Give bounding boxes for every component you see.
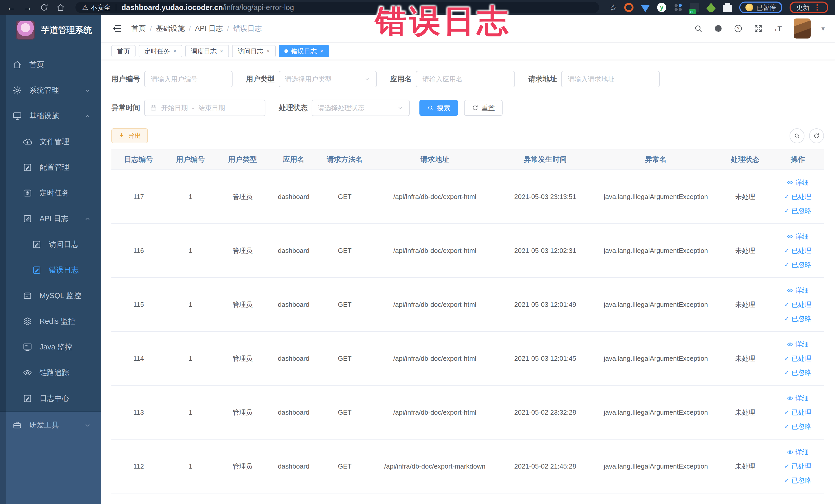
check-icon: ✓ <box>784 315 789 322</box>
extension-icon[interactable] <box>723 3 732 12</box>
sidebar-item-redis-monitor[interactable]: Redis 监控 <box>0 309 101 334</box>
detail-link[interactable]: 详细 <box>787 178 809 187</box>
paused-extension-badge[interactable]: 已暂停 <box>739 2 782 13</box>
fullscreen-icon[interactable] <box>754 24 763 33</box>
detail-link[interactable]: 详细 <box>787 340 809 349</box>
extension-icon[interactable] <box>707 3 716 12</box>
sidebar-item-infrastructure[interactable]: 基础设施 <box>0 103 101 129</box>
processed-link[interactable]: ✓已处理 <box>784 300 811 309</box>
ignored-link[interactable]: ✓已忽略 <box>784 206 811 216</box>
tab-schedule-log[interactable]: 调度日志 × <box>185 45 229 57</box>
request-url-input[interactable] <box>561 71 660 87</box>
bookmark-star-icon[interactable]: ☆ <box>609 2 617 13</box>
chevron-up-icon <box>84 215 91 223</box>
export-button[interactable]: 导出 <box>111 128 148 143</box>
user-menu-caret-icon[interactable]: ▾ <box>821 25 825 33</box>
ignored-link[interactable]: ✓已忽略 <box>784 422 811 431</box>
timer-icon <box>23 188 32 198</box>
hide-search-button[interactable] <box>790 128 805 143</box>
app-name-input[interactable] <box>416 71 515 87</box>
user-avatar[interactable] <box>794 19 811 39</box>
close-icon[interactable]: × <box>266 47 270 55</box>
sidebar-item-mysql-monitor[interactable]: MySQL 监控 <box>0 283 101 309</box>
detail-link[interactable]: 详细 <box>787 394 809 403</box>
app-title: 芋道管理系统 <box>41 24 92 36</box>
browser-home-button[interactable] <box>56 3 65 12</box>
detail-link[interactable]: 详细 <box>787 448 809 457</box>
help-icon[interactable] <box>734 24 743 33</box>
breadcrumb-item[interactable]: API 日志 <box>195 24 223 33</box>
github-icon[interactable] <box>714 24 723 33</box>
extension-icon[interactable] <box>624 3 633 12</box>
sidebar-item-label: 访问日志 <box>49 239 79 249</box>
search-icon[interactable] <box>694 24 703 33</box>
sidebar-item-java-monitor[interactable]: Java 监控 <box>0 334 101 360</box>
extension-icon[interactable] <box>641 3 650 12</box>
sidebar-item-log-center[interactable]: 日志中心 <box>0 386 101 411</box>
sidebar-item-system-management[interactable]: 系统管理 <box>0 78 101 103</box>
sidebar-item-config-management[interactable]: 配置管理 <box>0 155 101 180</box>
cell-user-id: 1 <box>166 278 215 331</box>
tab-scheduled-tasks[interactable]: 定时任务 × <box>139 45 182 57</box>
detail-link[interactable]: 详细 <box>787 232 809 241</box>
processed-link[interactable]: ✓已处理 <box>784 246 811 255</box>
font-size-icon[interactable] <box>774 24 783 33</box>
reset-button[interactable]: 重置 <box>464 100 503 116</box>
ignored-link[interactable]: ✓已忽略 <box>784 260 811 269</box>
date-range-picker[interactable]: 开始日期 - 结束日期 <box>144 100 265 116</box>
page-url[interactable]: dashboard.yudao.iocoder.cn/infra/log/api… <box>121 3 294 12</box>
extension-icon[interactable] <box>690 3 699 12</box>
tab-error-log[interactable]: 错误日志 × <box>279 45 329 57</box>
ignored-link[interactable]: ✓已忽略 <box>784 368 811 377</box>
not-secure-badge[interactable]: ⚠ 不安全 <box>82 3 110 12</box>
sidebar-collapse-icon[interactable] <box>111 23 123 34</box>
refresh-table-button[interactable] <box>809 128 824 143</box>
sidebar-item-access-log[interactable]: 访问日志 <box>0 231 101 257</box>
close-icon[interactable]: × <box>220 47 223 55</box>
sidebar-item-api-log[interactable]: API 日志 <box>0 206 101 231</box>
ignored-link[interactable]: ✓已忽略 <box>784 476 811 485</box>
extension-icon[interactable] <box>674 3 683 12</box>
browser-reload-button[interactable] <box>40 3 49 12</box>
browser-back-button[interactable]: ← <box>7 3 16 12</box>
sidebar-item-trace[interactable]: 链路追踪 <box>0 360 101 386</box>
detail-link[interactable]: 详细 <box>787 286 809 295</box>
sidebar-item-scheduled-tasks[interactable]: 定时任务 <box>0 180 101 206</box>
processed-link[interactable]: ✓已处理 <box>784 462 811 471</box>
cell-user-type: 管理员 <box>215 224 270 278</box>
processed-link[interactable]: ✓已处理 <box>784 408 811 417</box>
close-icon[interactable]: × <box>320 47 323 55</box>
processed-link[interactable]: ✓已处理 <box>784 354 811 363</box>
check-icon: ✓ <box>784 477 789 484</box>
extension-icon[interactable]: y <box>657 3 666 12</box>
search-button[interactable]: 搜索 <box>420 100 458 116</box>
table-row: 112 1 管理员 dashboard GET /api/infra/db-do… <box>111 439 824 493</box>
sidebar-logo[interactable]: 芋道管理系统 <box>0 15 101 45</box>
ignored-link[interactable]: ✓已忽略 <box>784 314 811 323</box>
process-status-select[interactable]: 请选择处理状态 <box>312 100 410 116</box>
browser-update-button[interactable]: 更新 ⋮ <box>790 2 828 13</box>
check-icon: ✓ <box>784 193 789 200</box>
cell-app-name: dashboard <box>270 439 317 493</box>
sidebar-item-dev-tools[interactable]: 研发工具 <box>0 412 101 439</box>
check-icon: ✓ <box>784 369 789 376</box>
tab-home[interactable]: 首页 <box>111 45 136 57</box>
browser-forward-button[interactable]: → <box>23 3 32 12</box>
user-id-input[interactable] <box>144 71 232 87</box>
user-type-select[interactable]: 请选择用户类型 <box>279 71 377 87</box>
kebab-menu-icon[interactable]: ⋮ <box>813 3 822 12</box>
processed-link[interactable]: ✓已处理 <box>784 192 811 201</box>
address-bar[interactable]: ⚠ 不安全 dashboard.yudao.iocoder.cn/infra/l… <box>76 2 599 13</box>
tab-access-log[interactable]: 访问日志 × <box>232 45 276 57</box>
sidebar-item-label: 日志中心 <box>40 394 69 404</box>
sidebar-item-file-management[interactable]: 文件管理 <box>0 129 101 155</box>
sidebar-item-home[interactable]: 首页 <box>0 52 101 78</box>
sidebar-item-label: API 日志 <box>40 214 68 224</box>
close-icon[interactable]: × <box>173 47 177 55</box>
sidebar-item-error-log[interactable]: 错误日志 <box>0 257 101 283</box>
cell-method: GET <box>317 385 372 439</box>
breadcrumb-item[interactable]: 基础设施 <box>156 24 185 33</box>
breadcrumb-separator: / <box>189 24 191 33</box>
breadcrumb-item[interactable]: 首页 <box>131 24 146 33</box>
chevron-up-icon <box>84 112 91 120</box>
